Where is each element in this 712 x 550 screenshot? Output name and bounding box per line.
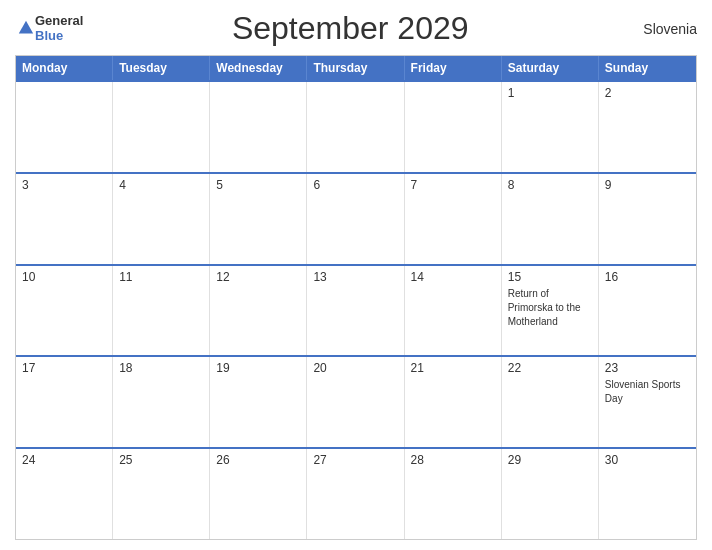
calendar-row-2: 101112131415Return of Primorska to the M…: [16, 264, 696, 356]
calendar-cell-r3c1: 18: [113, 357, 210, 447]
calendar-cell-r3c0: 17: [16, 357, 113, 447]
logo-icon: [17, 19, 35, 37]
day-number: 19: [216, 361, 300, 375]
day-number: 12: [216, 270, 300, 284]
calendar-cell-r2c3: 13: [307, 266, 404, 356]
day-number: 20: [313, 361, 397, 375]
calendar-cell-r1c0: 3: [16, 174, 113, 264]
day-number: 29: [508, 453, 592, 467]
day-number: 6: [313, 178, 397, 192]
calendar-cell-r0c2: [210, 82, 307, 172]
calendar-cell-r4c0: 24: [16, 449, 113, 539]
calendar-cell-r1c4: 7: [405, 174, 502, 264]
day-number: 16: [605, 270, 690, 284]
calendar-cell-r2c4: 14: [405, 266, 502, 356]
header-monday: Monday: [16, 56, 113, 80]
calendar-cell-r2c2: 12: [210, 266, 307, 356]
calendar-page: General Blue September 2029 Slovenia Mon…: [0, 0, 712, 550]
day-number: 25: [119, 453, 203, 467]
calendar-row-4: 24252627282930: [16, 447, 696, 539]
calendar-cell-r2c1: 11: [113, 266, 210, 356]
day-number: 26: [216, 453, 300, 467]
day-number: 5: [216, 178, 300, 192]
calendar-cell-r2c0: 10: [16, 266, 113, 356]
calendar-cell-r1c5: 8: [502, 174, 599, 264]
calendar-cell-r0c0: [16, 82, 113, 172]
day-number: 2: [605, 86, 690, 100]
header-sunday: Sunday: [599, 56, 696, 80]
day-number: 9: [605, 178, 690, 192]
calendar-cell-r3c3: 20: [307, 357, 404, 447]
day-number: 24: [22, 453, 106, 467]
svg-marker-0: [19, 20, 33, 33]
calendar-cell-r3c5: 22: [502, 357, 599, 447]
calendar-body: 123456789101112131415Return of Primorska…: [16, 80, 696, 539]
day-number: 10: [22, 270, 106, 284]
header-thursday: Thursday: [307, 56, 404, 80]
calendar-cell-r4c1: 25: [113, 449, 210, 539]
day-number: 23: [605, 361, 690, 375]
calendar-cell-r4c2: 26: [210, 449, 307, 539]
calendar-cell-r0c6: 2: [599, 82, 696, 172]
event-label: Return of Primorska to the Motherland: [508, 288, 581, 327]
calendar-cell-r1c3: 6: [307, 174, 404, 264]
calendar-cell-r2c5: 15Return of Primorska to the Motherland: [502, 266, 599, 356]
calendar-cell-r1c1: 4: [113, 174, 210, 264]
calendar-cell-r0c5: 1: [502, 82, 599, 172]
calendar-cell-r4c3: 27: [307, 449, 404, 539]
day-number: 17: [22, 361, 106, 375]
month-title: September 2029: [83, 10, 617, 47]
calendar: Monday Tuesday Wednesday Thursday Friday…: [15, 55, 697, 540]
day-number: 4: [119, 178, 203, 192]
calendar-row-1: 3456789: [16, 172, 696, 264]
calendar-header: Monday Tuesday Wednesday Thursday Friday…: [16, 56, 696, 80]
calendar-row-3: 17181920212223Slovenian Sports Day: [16, 355, 696, 447]
calendar-cell-r1c6: 9: [599, 174, 696, 264]
calendar-row-0: 12: [16, 80, 696, 172]
day-number: 3: [22, 178, 106, 192]
header-friday: Friday: [405, 56, 502, 80]
header-tuesday: Tuesday: [113, 56, 210, 80]
calendar-cell-r4c4: 28: [405, 449, 502, 539]
calendar-cell-r4c6: 30: [599, 449, 696, 539]
day-number: 13: [313, 270, 397, 284]
header: General Blue September 2029 Slovenia: [15, 10, 697, 47]
calendar-cell-r3c2: 19: [210, 357, 307, 447]
logo-general-text: General: [35, 14, 83, 28]
calendar-cell-r4c5: 29: [502, 449, 599, 539]
header-saturday: Saturday: [502, 56, 599, 80]
day-number: 14: [411, 270, 495, 284]
day-number: 21: [411, 361, 495, 375]
header-wednesday: Wednesday: [210, 56, 307, 80]
calendar-cell-r0c3: [307, 82, 404, 172]
calendar-cell-r1c2: 5: [210, 174, 307, 264]
calendar-cell-r0c1: [113, 82, 210, 172]
day-number: 22: [508, 361, 592, 375]
day-number: 28: [411, 453, 495, 467]
day-number: 11: [119, 270, 203, 284]
calendar-cell-r2c6: 16: [599, 266, 696, 356]
day-number: 7: [411, 178, 495, 192]
day-number: 30: [605, 453, 690, 467]
day-number: 27: [313, 453, 397, 467]
country-label: Slovenia: [617, 21, 697, 37]
calendar-cell-r0c4: [405, 82, 502, 172]
calendar-cell-r3c4: 21: [405, 357, 502, 447]
calendar-cell-r3c6: 23Slovenian Sports Day: [599, 357, 696, 447]
event-label: Slovenian Sports Day: [605, 379, 681, 404]
day-number: 15: [508, 270, 592, 284]
logo: General Blue: [15, 14, 83, 43]
day-number: 8: [508, 178, 592, 192]
day-number: 1: [508, 86, 592, 100]
logo-blue-text: Blue: [35, 29, 83, 43]
day-number: 18: [119, 361, 203, 375]
